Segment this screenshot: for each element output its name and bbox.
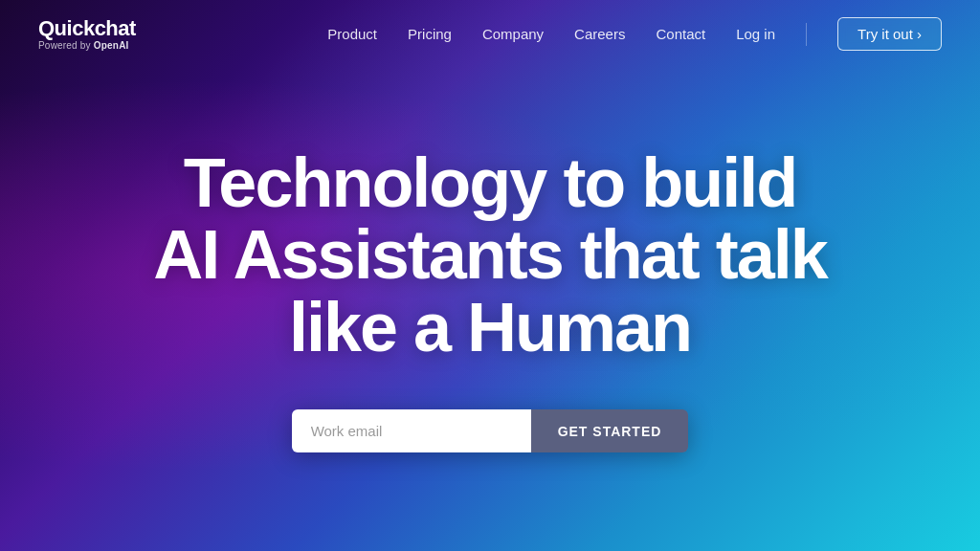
- get-started-button[interactable]: GET STARTED: [531, 409, 689, 452]
- hero-title: Technology to build AI Assistants that t…: [153, 147, 827, 364]
- email-input[interactable]: [292, 409, 531, 452]
- nav-link-careers[interactable]: Careers: [574, 26, 625, 42]
- brand-name: Quickchat: [38, 17, 136, 40]
- nav-links: Product Pricing Company Careers Contact …: [327, 17, 942, 51]
- try-it-out-button[interactable]: Try it out ›: [837, 17, 942, 51]
- nav-link-login[interactable]: Log in: [736, 26, 775, 42]
- nav-link-pricing[interactable]: Pricing: [408, 26, 452, 42]
- nav-divider: [806, 23, 807, 46]
- email-form: GET STARTED: [292, 409, 689, 452]
- hero-title-line2: AI Assistants that talk: [153, 216, 827, 293]
- hero-content: Technology to build AI Assistants that t…: [115, 49, 865, 551]
- nav-link-product[interactable]: Product: [327, 26, 377, 42]
- nav-link-contact[interactable]: Contact: [656, 26, 705, 42]
- logo: Quickchat Powered by OpenAI: [38, 17, 136, 51]
- hero-title-line1: Technology to build: [184, 144, 797, 221]
- hero-section: Quickchat Powered by OpenAI Product Pric…: [0, 0, 980, 551]
- nav-link-company[interactable]: Company: [482, 26, 544, 42]
- hero-title-line3: like a Human: [289, 289, 691, 365]
